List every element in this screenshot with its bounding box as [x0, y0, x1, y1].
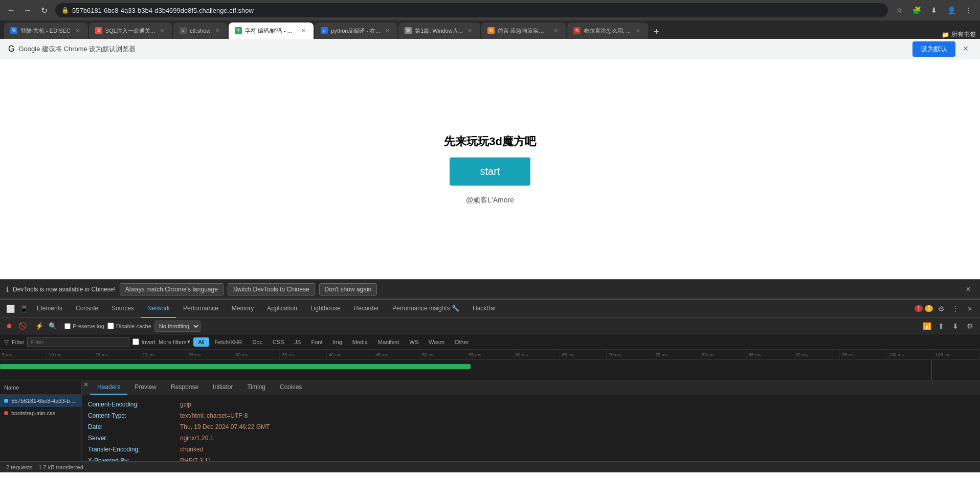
filter-js-button[interactable]: JS	[290, 337, 306, 347]
forward-button[interactable]: →	[20, 3, 35, 17]
upload-button[interactable]: ⬆	[935, 320, 947, 332]
tab-application[interactable]: Application	[261, 300, 303, 318]
detail-tab-preview[interactable]: Preview	[127, 380, 164, 395]
new-tab-button[interactable]: +	[649, 25, 663, 39]
preserve-log-text: Preserve log	[73, 323, 104, 329]
devtools-notif-close-button[interactable]: ×	[963, 284, 974, 295]
always-match-language-button[interactable]: Always match Chrome's language	[120, 283, 224, 296]
notification-text: Google 建议将 Chrome 设为默认浏览器	[18, 44, 908, 54]
devtools-close-button[interactable]: ×	[964, 303, 976, 315]
disable-cache-label[interactable]: Disable cache	[107, 323, 151, 329]
record-button[interactable]: ⏺	[4, 321, 14, 331]
detail-tab-cookies[interactable]: Cookies	[273, 380, 309, 395]
disable-cache-checkbox[interactable]	[107, 323, 114, 329]
tab-lighthouse[interactable]: Lighthouse	[304, 300, 347, 318]
detail-tab-timing[interactable]: Timing	[240, 380, 273, 395]
tab-7-close[interactable]: ×	[552, 27, 560, 35]
filter-media-button[interactable]: Media	[348, 337, 372, 347]
devtools-settings-button[interactable]: ⚙	[935, 303, 947, 315]
download-button[interactable]: ⬇	[927, 3, 941, 17]
notification-close-button[interactable]: ×	[960, 43, 972, 55]
detail-close-button[interactable]: ×	[82, 380, 90, 389]
filter-fetch-xhr-button[interactable]: Fetch/XHR	[210, 337, 247, 347]
clear-button[interactable]: 🚫	[17, 321, 28, 331]
filter-manifest-button[interactable]: Manifest	[373, 337, 404, 347]
devtools-inspect-button[interactable]: ⬜	[4, 303, 16, 315]
download-net-button[interactable]: ⬇	[949, 320, 962, 332]
tab-1[interactable]: 登 登陆·玄机 - EDISEC ×	[4, 22, 88, 39]
preserve-log-checkbox[interactable]	[64, 323, 71, 329]
filter-wasm-button[interactable]: Wasm	[424, 337, 449, 347]
tab-2[interactable]: S SQL注入一命通关... ×	[89, 22, 172, 39]
page-footer: @顽客L'Amore	[466, 196, 514, 205]
menu-button[interactable]: ⋮	[962, 3, 976, 17]
detail-tab-response[interactable]: Response	[164, 380, 206, 395]
headers-content: Content-Encoding: gzip Content-Type: tex…	[82, 395, 980, 461]
extension-button[interactable]: 🧩	[909, 3, 924, 17]
tab-7[interactable]: 前 前言·应急响应实战... ×	[481, 22, 566, 39]
tab-performance-insights[interactable]: Performance insights 🔧	[386, 300, 465, 318]
wifi-button[interactable]: 📶	[921, 320, 933, 332]
tick-90ms: 90 ms	[793, 350, 840, 359]
filter-ws-button[interactable]: WS	[405, 337, 423, 347]
devtools-device-button[interactable]: 📱	[17, 303, 30, 315]
error-badge: 1	[915, 305, 923, 312]
throttle-select[interactable]: No throttling	[154, 321, 201, 332]
tab-recorder[interactable]: Recorder	[348, 300, 385, 318]
tab-performance[interactable]: Performance	[177, 300, 225, 318]
tick-105ms: 105 ms	[933, 350, 980, 359]
more-filters-button[interactable]: More filters ▾	[159, 338, 190, 345]
profile-button[interactable]: 👤	[944, 3, 959, 17]
tab-active[interactable]: 字 字符 编码/解码 - 德... ×	[229, 22, 314, 39]
filter-other-button[interactable]: Other	[450, 337, 474, 347]
tab-6-close[interactable]: ×	[466, 27, 474, 35]
file-item-2[interactable]: bootstrap.min.css	[0, 407, 81, 419]
tab-sources[interactable]: Sources	[105, 300, 140, 318]
preserve-log-label[interactable]: Preserve log	[64, 323, 104, 329]
filter-input[interactable]	[27, 337, 129, 347]
reload-button[interactable]: ↻	[37, 3, 51, 17]
tab-1-close[interactable]: ×	[74, 27, 82, 35]
file-item-2-dot	[4, 411, 8, 415]
tab-memory[interactable]: Memory	[226, 300, 260, 318]
tab-2-close[interactable]: ×	[158, 27, 166, 35]
detail-tab-headers[interactable]: Headers	[90, 380, 127, 395]
set-default-button[interactable]: 设为默认	[912, 41, 955, 57]
filter-toggle-button[interactable]: ⚡	[34, 321, 44, 331]
filter-css-button[interactable]: CSS	[268, 337, 289, 347]
tab-network[interactable]: Network	[141, 300, 176, 318]
file-item-1[interactable]: 557b6181-6bc8-4a33-b3b4...	[0, 395, 81, 407]
invert-label[interactable]: Invert	[132, 338, 155, 345]
header-server: Server: nginx/1.20.1	[82, 433, 980, 444]
tab-8[interactable]: 布 布尔盲注怎么用, ... ×	[567, 22, 648, 39]
detail-pane: × Headers Preview Response Initiator Tim…	[82, 380, 980, 461]
filter-all-button[interactable]: All	[193, 337, 209, 347]
detail-tab-initiator[interactable]: Initiator	[206, 380, 240, 395]
filter-doc-button[interactable]: Doc	[248, 337, 267, 347]
filter-font-button[interactable]: Font	[306, 337, 327, 347]
tab-3-close[interactable]: ×	[213, 27, 221, 35]
tab-8-close[interactable]: ×	[634, 27, 642, 35]
invert-checkbox[interactable]	[132, 338, 139, 345]
tick-50ms: 50 ms	[420, 350, 466, 359]
bookmark-star-button[interactable]: ☆	[892, 3, 906, 17]
tab-5-close[interactable]: ×	[383, 27, 391, 35]
tab-console[interactable]: Console	[70, 300, 104, 318]
back-button[interactable]: ←	[4, 3, 18, 17]
tab-hackbar[interactable]: HackBar	[466, 300, 502, 318]
tab-6[interactable]: 第 第1篇: Window入... ×	[398, 22, 480, 39]
search-button[interactable]: 🔍	[48, 321, 58, 331]
tab-elements[interactable]: Elements	[31, 300, 69, 318]
start-button[interactable]: start	[450, 157, 531, 186]
filter-img-button[interactable]: Img	[328, 337, 346, 347]
address-bar[interactable]: 🔒 557b6181-6bc8-4a33-b3b4-d3b4699de8f5.c…	[55, 3, 888, 17]
tab-8-label: 布尔盲注怎么用, ...	[584, 27, 631, 35]
tab-3[interactable]: c ctf.show ×	[173, 22, 228, 39]
devtools-more-button[interactable]: ⋮	[949, 303, 962, 315]
all-bookmarks-button[interactable]: 📁 所有书签	[942, 30, 976, 39]
tab-5[interactable]: p python反编译 - 在... ×	[315, 22, 397, 39]
switch-devtools-language-button[interactable]: Switch DevTools to Chinese	[228, 283, 315, 296]
tab-active-close[interactable]: ×	[299, 27, 307, 35]
devtools-gear-button[interactable]: ⚙	[964, 320, 976, 332]
dont-show-again-button[interactable]: Don't show again	[319, 283, 377, 296]
